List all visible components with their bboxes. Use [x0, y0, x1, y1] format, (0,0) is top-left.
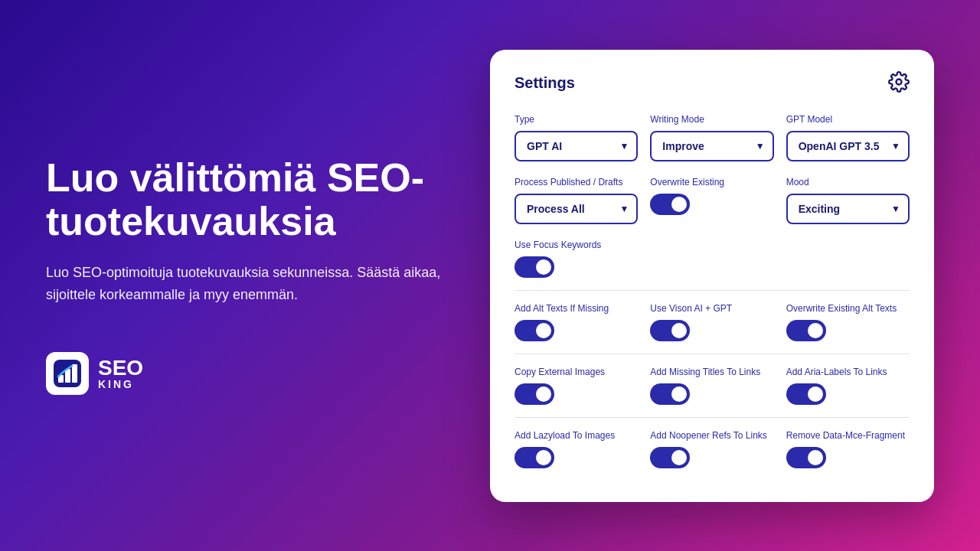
- add-lazyload-label: Add Lazyload To Images: [514, 430, 638, 441]
- mood-label: Mood: [786, 177, 910, 187]
- overwrite-alt-texts-label: Overwrite Existing Alt Texts: [786, 303, 910, 314]
- add-missing-titles-toggle[interactable]: [650, 383, 690, 405]
- type-select[interactable]: GPT AI Manual: [514, 131, 638, 161]
- copy-external-images-toggle[interactable]: [514, 383, 554, 405]
- add-noopener-label: Add Noopener Refs To Links: [650, 430, 773, 441]
- mood-select[interactable]: Exciting Professional Casual Friendly: [786, 194, 910, 224]
- remove-data-mce-label: Remove Data-Mce-Fragment: [786, 430, 910, 441]
- add-aria-labels-item: Add Aria-Labels To Links: [786, 367, 910, 405]
- add-missing-titles-label: Add Missing Titles To Links: [650, 367, 773, 377]
- add-noopener-item: Add Noopener Refs To Links: [650, 430, 773, 468]
- settings-header: Settings: [514, 71, 910, 96]
- writing-mode-label: Writing Mode: [650, 114, 773, 125]
- logo-svg: [54, 360, 81, 387]
- left-panel: Luo välittömiä SEO-tuotekuvauksia Luo SE…: [46, 156, 490, 395]
- add-alt-texts-toggle[interactable]: [514, 320, 554, 341]
- divider-2: [514, 354, 910, 354]
- focus-keywords-toggle[interactable]: [514, 256, 554, 278]
- overwrite-alt-texts-toggle[interactable]: [786, 320, 826, 341]
- mood-select-wrapper: Exciting Professional Casual Friendly ▼: [786, 194, 910, 224]
- alt-texts-row: Add Alt Texts If Missing Use Vison AI + …: [514, 303, 910, 341]
- gpt-model-select[interactable]: OpenAI GPT 3.5 OpenAI GPT 4 GPT 4 Turbo: [786, 131, 910, 161]
- process-published-group: Process Published / Drafts Process All P…: [514, 177, 638, 224]
- links-row: Copy External Images Add Missing Titles …: [514, 367, 910, 405]
- add-lazyload-toggle[interactable]: [514, 447, 554, 468]
- add-aria-labels-label: Add Aria-Labels To Links: [786, 367, 910, 377]
- writing-mode-select-wrapper: Improve Rewrite Generate ▼: [650, 131, 773, 161]
- add-alt-texts-label: Add Alt Texts If Missing: [514, 303, 638, 314]
- add-noopener-toggle[interactable]: [650, 447, 690, 468]
- writing-mode-group: Writing Mode Improve Rewrite Generate ▼: [650, 114, 773, 161]
- add-alt-texts-item: Add Alt Texts If Missing: [514, 303, 638, 341]
- focus-keywords-section: Use Focus Keywords: [514, 240, 910, 278]
- overwrite-existing-toggle[interactable]: [650, 194, 690, 215]
- overwrite-alt-texts-item: Overwrite Existing Alt Texts: [786, 303, 910, 341]
- process-published-select-wrapper: Process All Published Only Drafts Only ▼: [514, 194, 638, 224]
- svg-point-4: [897, 79, 902, 84]
- svg-rect-3: [72, 364, 77, 383]
- row-1: Type GPT AI Manual ▼ Writing Mode Improv…: [514, 114, 910, 161]
- gpt-model-label: GPT Model: [786, 114, 910, 125]
- settings-panel: Settings Type GPT AI Manual ▼ Writing Mo…: [490, 50, 934, 502]
- remove-data-mce-item: Remove Data-Mce-Fragment: [786, 430, 910, 468]
- logo-icon: [46, 352, 89, 395]
- divider-3: [514, 417, 910, 418]
- subtext: Luo SEO-optimoituja tuotekuvauksia sekun…: [46, 262, 459, 306]
- type-group: Type GPT AI Manual ▼: [514, 114, 638, 161]
- add-missing-titles-item: Add Missing Titles To Links: [650, 367, 773, 405]
- logo-king: KING: [98, 379, 143, 390]
- divider-1: [514, 290, 910, 291]
- gpt-model-select-wrapper: OpenAI GPT 3.5 OpenAI GPT 4 GPT 4 Turbo …: [786, 131, 910, 161]
- type-label: Type: [514, 114, 638, 125]
- type-select-wrapper: GPT AI Manual ▼: [514, 131, 638, 161]
- settings-title: Settings: [514, 74, 575, 92]
- copy-external-images-label: Copy External Images: [514, 367, 638, 377]
- logo-seo: SEO: [98, 357, 143, 379]
- copy-external-images-item: Copy External Images: [514, 367, 638, 405]
- gear-icon[interactable]: [888, 71, 910, 96]
- row-2: Process Published / Drafts Process All P…: [514, 177, 910, 224]
- writing-mode-select[interactable]: Improve Rewrite Generate: [650, 131, 773, 161]
- use-vison-ai-item: Use Vison AI + GPT: [650, 303, 773, 341]
- logo-text: SEO KING: [98, 357, 143, 390]
- use-vison-ai-toggle[interactable]: [650, 320, 690, 341]
- overwrite-existing-label: Overwrite Existing: [650, 177, 773, 187]
- remove-data-mce-toggle[interactable]: [786, 447, 826, 468]
- gpt-model-group: GPT Model OpenAI GPT 3.5 OpenAI GPT 4 GP…: [786, 114, 910, 161]
- focus-keywords-label: Use Focus Keywords: [514, 240, 910, 250]
- overwrite-existing-group: Overwrite Existing: [650, 177, 773, 224]
- process-published-select[interactable]: Process All Published Only Drafts Only: [514, 194, 638, 224]
- logo-area: SEO KING: [46, 352, 459, 395]
- add-aria-labels-toggle[interactable]: [786, 383, 826, 405]
- mood-group: Mood Exciting Professional Casual Friend…: [786, 177, 910, 224]
- process-published-label: Process Published / Drafts: [514, 177, 638, 187]
- use-vison-ai-label: Use Vison AI + GPT: [650, 303, 773, 314]
- lazyload-row: Add Lazyload To Images Add Noopener Refs…: [514, 430, 910, 468]
- add-lazyload-item: Add Lazyload To Images: [514, 430, 638, 468]
- headline: Luo välittömiä SEO-tuotekuvauksia: [46, 156, 459, 243]
